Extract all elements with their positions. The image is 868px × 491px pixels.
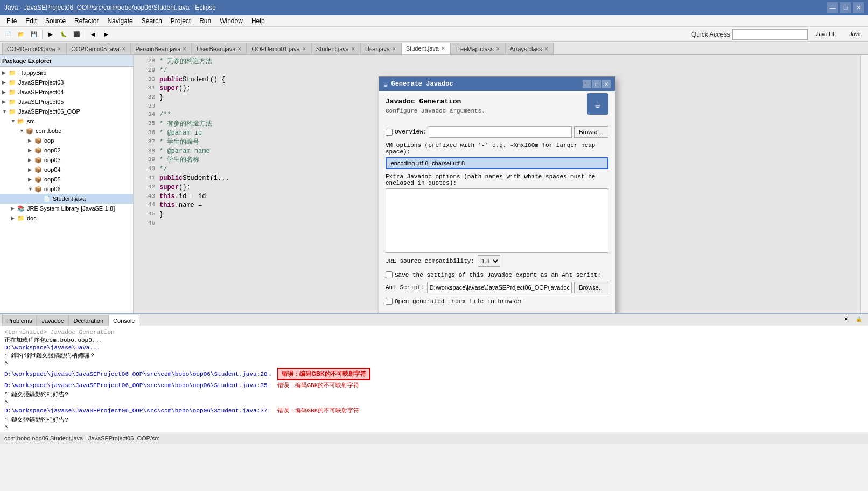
sidebar-item-oop02[interactable]: ▶ 📦 oop02 [0,145,133,155]
sidebar-item-combobo[interactable]: ▼ 📦 com.bobo [0,126,133,136]
sidebar-item-student[interactable]: 📄 Student.java [0,194,133,204]
tab-oopdemo05[interactable]: OOPDemo05.java ✕ [66,43,130,54]
tab-arrays[interactable]: Arrays.class ✕ [505,43,554,54]
dialog-title-text: Generate Javadoc [391,80,583,88]
tab-treemap[interactable]: TreeMap.class ✕ [450,43,505,54]
tab-javadoc[interactable]: Javadoc [37,315,68,326]
dialog-maximize-btn[interactable]: □ [592,80,601,88]
menu-project[interactable]: Project [166,16,195,26]
dialog-minimize-btn[interactable]: — [583,80,591,88]
save-ant-checkbox[interactable] [386,271,393,278]
menu-bar: File Edit Source Refactor Navigate Searc… [0,15,868,27]
extra-options-textarea[interactable] [386,188,608,253]
quick-access-area: Quick Access Java EE Java [691,29,866,40]
sidebar-item-oop03[interactable]: ▶ 📦 oop03 [0,155,133,165]
console-line-1: 正在加载程序包com.bobo.oop0... [4,336,864,344]
sidebar-item-proj05[interactable]: ▶ 📁 JavaSEProject05 [0,97,133,107]
ant-browse-btn[interactable]: Browse... [574,282,608,293]
console-error-line-35: D:\workspace\javase\JavaSEProject06_OOP\… [4,381,864,389]
console-caret2: ^ [4,399,864,405]
open-browser-checkbox[interactable] [386,298,393,305]
quick-access-input[interactable] [732,29,808,40]
arrow-oop04: ▶ [28,167,34,172]
sidebar-item-oop04[interactable]: ▶ 📦 oop04 [0,165,133,174]
menu-window[interactable]: Window [215,16,247,26]
overview-browse-btn[interactable]: Browse... [574,126,608,138]
sidebar-item-flappybird[interactable]: ▶ 📁 FlappyBird [0,68,133,78]
minimize-button[interactable]: — [827,2,838,13]
menu-edit[interactable]: Edit [21,16,41,26]
toolbar-save[interactable]: 💾 [28,29,40,40]
jre-compat-select[interactable]: 1.8 [478,255,500,267]
console-line-garbled: * 鐣犳í鐣î鏈夊弬鏋勯犳柟娉曪？ [4,352,864,360]
menu-file[interactable]: File [2,16,21,26]
toolbar-stop[interactable]: ⬛ [71,29,82,40]
dialog-title-buttons: — □ ✕ [583,80,611,88]
close-button[interactable]: ✕ [853,2,864,13]
sidebar-item-proj03[interactable]: ▶ 📁 JavaSEProject03 [0,78,133,87]
tab-close-student-active[interactable]: ✕ [441,46,445,51]
java-ee-btn[interactable]: Java EE [810,29,842,40]
tab-personbean[interactable]: PersonBean.java ✕ [131,43,192,54]
sidebar-item-proj06[interactable]: ▼ 📁 JavaSEProject06_OOP [0,107,133,116]
toolbar-debug[interactable]: 🐛 [58,29,69,40]
extra-options-label: Extra Javadoc options (path names with w… [386,173,608,186]
open-browser-label: Open generated index file in browser [395,298,523,305]
dialog-close-btn[interactable]: ✕ [602,80,611,88]
sidebar-item-src[interactable]: ▼ 📂 src [0,116,133,126]
arrow-src: ▼ [11,118,17,124]
vm-options-input[interactable] [386,157,608,169]
java-btn[interactable]: Java [844,29,866,40]
tab-user[interactable]: User.java ✕ [360,43,401,54]
toolbar-open[interactable]: 📂 [15,29,27,40]
menu-run[interactable]: Run [195,16,215,26]
console-garbled-2: * 鏈夊弬鏋勯犳柟妤告? [4,390,864,398]
tab-problems[interactable]: Problems [2,315,37,326]
tab-close-oopdemo01[interactable]: ✕ [302,46,306,52]
project-icon-flappybird: 📁 [9,69,17,76]
tab-close-personbean[interactable]: ✕ [183,46,187,52]
tab-userbean[interactable]: UserBean.java ✕ [192,43,247,54]
overview-checkbox[interactable] [386,129,393,136]
console-content: <terminated> Javadoc Generation 正在加载程序包c… [0,326,868,432]
tab-oopdemo03[interactable]: OOPDemo03.java ✕ [2,43,66,54]
menu-search[interactable]: Search [137,16,166,26]
sidebar-label-flappybird: FlappyBird [18,69,47,76]
toolbar-new[interactable]: 📄 [2,29,14,40]
menu-refactor[interactable]: Refactor [70,16,103,26]
console-clear-btn[interactable]: ✕ [840,313,852,325]
tab-student-active[interactable]: Student.java ✕ [401,43,450,54]
tab-close-oopdemo03[interactable]: ✕ [57,46,61,52]
editor-area[interactable]: 28 * 无参的构造方法 29 */ 30public Student() { … [134,55,860,313]
tab-close-student1[interactable]: ✕ [351,46,355,52]
tab-close-user[interactable]: ✕ [392,46,396,52]
ant-script-input[interactable] [427,282,572,293]
tab-close-treemap[interactable]: ✕ [496,46,500,52]
sidebar-item-jre[interactable]: ▶ 📚 JRE System Library [JavaSE-1.8] [0,204,133,213]
menu-source[interactable]: Source [41,16,70,26]
menu-navigate[interactable]: Navigate [103,16,137,26]
tab-console[interactable]: Console [108,315,139,326]
overview-input[interactable] [429,126,572,138]
tab-declaration[interactable]: Declaration [68,315,108,326]
arrow-oop03: ▶ [28,157,34,163]
tab-close-userbean[interactable]: ✕ [237,46,242,52]
console-error-line-37: D:\workspace\javase\JavaSEProject06_OOP\… [4,406,864,415]
tab-student1[interactable]: Student.java ✕ [311,43,360,54]
sidebar-item-proj04[interactable]: ▶ 📁 JavaSEProject04 [0,87,133,97]
tab-close-oopdemo05[interactable]: ✕ [122,46,126,52]
arrow-oop: ▶ [28,138,34,143]
console-scroll-lock-btn[interactable]: 🔒 [853,313,865,325]
maximize-button[interactable]: □ [840,2,851,13]
toolbar-prev[interactable]: ◀ [87,29,99,40]
sidebar-item-oop06[interactable]: ▼ 📦 oop06 [0,184,133,194]
sidebar-item-doc[interactable]: ▶ 📁 doc [0,213,133,223]
menu-help[interactable]: Help [247,16,269,26]
toolbar-run[interactable]: ▶ [45,29,57,40]
tab-oopdemo01[interactable]: OOPDemo01.java ✕ [247,43,311,54]
sidebar-item-oop05[interactable]: ▶ 📦 oop05 [0,174,133,184]
sidebar-label-student: Student.java [53,195,86,202]
tab-close-arrays[interactable]: ✕ [544,46,549,52]
sidebar-item-oop[interactable]: ▶ 📦 oop [0,136,133,145]
toolbar-next[interactable]: ▶ [100,29,112,40]
